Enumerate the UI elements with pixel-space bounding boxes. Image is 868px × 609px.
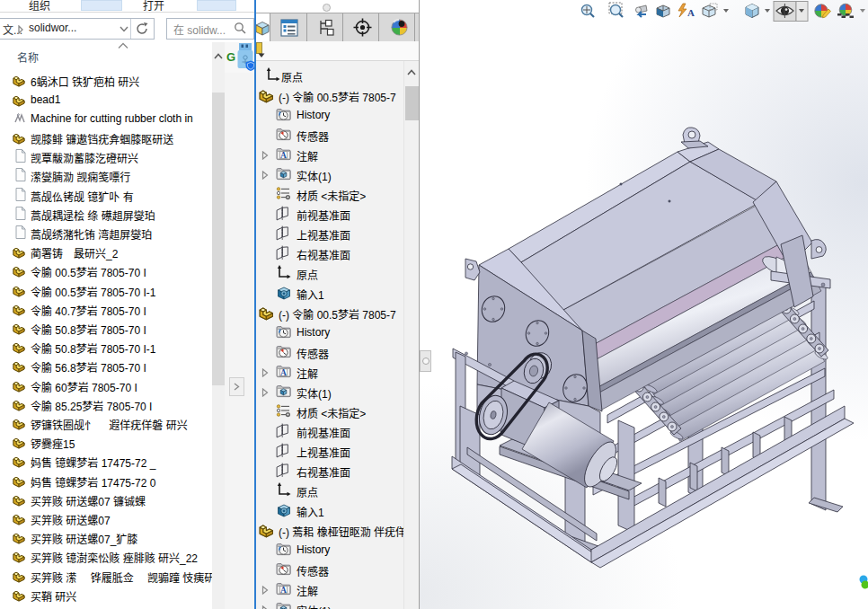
svg-text:A: A: [280, 151, 287, 160]
svg-text:A: A: [280, 586, 287, 595]
svg-text:A: A: [280, 368, 287, 377]
